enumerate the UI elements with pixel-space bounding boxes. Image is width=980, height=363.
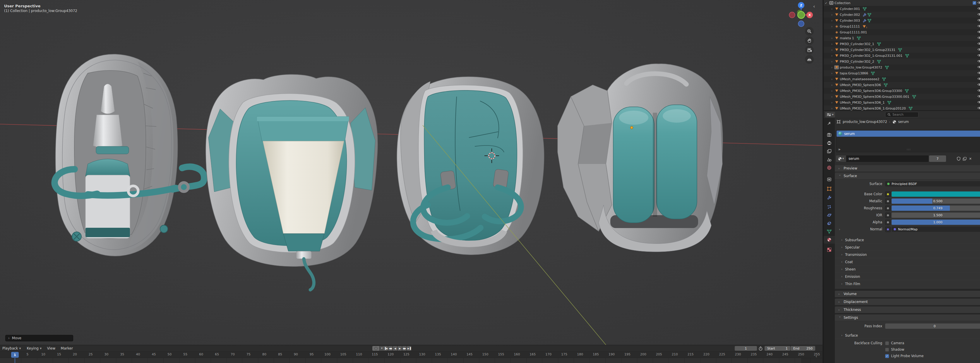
new-material-copy-icon[interactable] — [962, 156, 967, 162]
eye-icon[interactable] — [977, 13, 980, 17]
object-name[interactable]: Group11111 — [840, 25, 860, 29]
eye-icon[interactable] — [977, 24, 980, 29]
outliner-collection-row[interactable]: ✓ Collection ✓ — [824, 0, 980, 6]
tab-view-layer[interactable] — [824, 148, 835, 155]
search-input[interactable]: Search — [885, 112, 918, 118]
checkbox[interactable]: ✓ — [885, 354, 889, 358]
subpanel-sheen[interactable]: ›Sheen — [835, 266, 980, 273]
eye-icon[interactable] — [977, 1, 980, 5]
outliner-row[interactable]: Group11111.001 — [824, 29, 980, 35]
expand-icon[interactable]: › — [830, 19, 834, 22]
expand-icon[interactable]: › — [830, 78, 834, 81]
object-name[interactable]: Cylinder.002 — [840, 13, 860, 17]
breadcrumb-material[interactable]: serum — [898, 120, 909, 124]
tab-physics[interactable] — [824, 211, 835, 219]
tab-tool[interactable] — [824, 120, 835, 127]
viewport-3d[interactable]: User Perspective (1) Collection | produc… — [0, 0, 822, 345]
expand-icon[interactable]: › — [830, 66, 834, 69]
outliner-row[interactable]: › Cylinder.002 — [824, 12, 980, 18]
normal-map-field[interactable]: Normal/Map — [892, 226, 980, 232]
menu-playback[interactable]: Playback▼ — [0, 345, 24, 352]
base-color-swatch[interactable] — [892, 191, 980, 197]
eye-icon[interactable] — [977, 71, 980, 75]
object-name[interactable]: UMesh_PM3D_Sphere3D6_1:Group20120 — [840, 107, 906, 110]
auto-keying-controls[interactable]: ▼ — [372, 346, 384, 351]
tab-material[interactable] — [824, 236, 835, 244]
expand-icon[interactable]: › — [830, 48, 834, 51]
eye-icon[interactable] — [977, 42, 980, 46]
eye-icon[interactable] — [977, 89, 980, 93]
object-name[interactable]: UMesh_PM3D_Sphere3D6_1 — [840, 101, 885, 105]
object-backpack-tanks[interactable] — [558, 64, 723, 252]
panel-surface[interactable]: › Surface — [835, 173, 980, 180]
object-name[interactable]: UMesh_maletaeeeeeee2 — [840, 77, 879, 81]
outliner-row[interactable]: › PM3D_Cylinder3D2_1:Group23131.001 — [824, 53, 980, 59]
expand-icon[interactable]: › — [830, 107, 834, 110]
expand-icon[interactable]: › — [830, 7, 834, 11]
object-name[interactable]: tapa:Group13866 — [840, 72, 868, 75]
subpanel-thin-film[interactable]: ›Thin Film — [835, 280, 980, 288]
tab-render[interactable] — [824, 131, 835, 139]
outliner-row[interactable]: › Cylinder.001 — [824, 6, 980, 12]
panel-volume[interactable]: › Volume — [835, 291, 980, 298]
pass-index-field[interactable]: 0 — [885, 323, 980, 329]
gizmo-axis-neg-z[interactable] — [798, 21, 804, 27]
eye-icon[interactable] — [977, 36, 980, 40]
list-resize-grip-icon[interactable]: ∷∷ — [907, 148, 911, 151]
sidebar-collapse-icon[interactable]: ‹ — [813, 3, 815, 9]
operator-panel-move[interactable]: › Move — [5, 335, 73, 341]
outliner-row[interactable]: › UMesh_PM3D_Sphere3D6_1:Group20120 — [824, 105, 980, 111]
expand-icon[interactable]: › — [830, 13, 834, 16]
timeline-editor[interactable]: Playback▼Keying▼ViewMarker ▼ ▐◀◀◆◀▶◆▶▶▐ … — [0, 345, 822, 363]
next-keyframe-button[interactable]: ◆▶ — [402, 346, 407, 351]
outliner-row[interactable]: › UMesh_maletaeeeeeee2 — [824, 76, 980, 82]
object-name[interactable]: Cylinder.003 — [840, 19, 860, 22]
eye-icon[interactable] — [977, 30, 980, 35]
eye-icon[interactable] — [977, 95, 980, 99]
object-name[interactable]: UMesh_PM3D_Sphere3D6:Group33300.001 — [840, 95, 910, 99]
panel-preview[interactable]: › Preview — [835, 165, 980, 172]
timeline-collapse-icon[interactable]: ‹ — [816, 354, 817, 358]
outliner-row[interactable]: › producto_low:Group43072 — [824, 64, 980, 70]
eye-icon[interactable] — [977, 48, 980, 52]
collection-checkbox[interactable]: ✓ — [973, 1, 976, 5]
menu-marker[interactable]: Marker — [59, 345, 75, 352]
expand-icon[interactable]: › — [830, 37, 834, 40]
expand-icon[interactable]: › — [830, 60, 834, 63]
tab-collection[interactable] — [824, 176, 835, 183]
outliner-row[interactable]: › Cylinder.003 — [824, 18, 980, 24]
camera-view-button[interactable] — [805, 46, 814, 54]
eye-icon[interactable] — [977, 100, 980, 105]
object-backpack-tube[interactable] — [206, 74, 378, 290]
outliner[interactable]: ✓ Collection ✓ › Cylinder.001 › Cylinder… — [823, 0, 980, 111]
eye-icon[interactable] — [977, 106, 980, 111]
expand-icon[interactable]: › — [830, 95, 834, 99]
object-name[interactable]: maleta 1 — [840, 36, 854, 40]
enabled-check-icon[interactable]: ✓ — [825, 2, 829, 5]
outliner-row[interactable]: › UMesh_PM3D_Sphere3D6:Group33300 — [824, 88, 980, 94]
object-backpack-seat[interactable] — [397, 77, 544, 255]
current-frame-field[interactable]: 1 — [735, 346, 757, 351]
material-slot-selected[interactable]: serum — [837, 131, 980, 137]
eye-icon[interactable] — [977, 59, 980, 64]
timeline-keyframe-area[interactable] — [0, 358, 822, 363]
object-name[interactable]: UMesh_PM3D_Sphere3D6:Group33300 — [840, 89, 902, 93]
eye-icon[interactable] — [977, 77, 980, 81]
fake-user-shield-icon[interactable] — [956, 156, 961, 162]
expand-icon[interactable]: › — [830, 101, 834, 104]
eye-icon[interactable] — [977, 54, 980, 58]
tab-particles[interactable] — [824, 203, 835, 211]
outliner-row[interactable]: › maleta 1 — [824, 35, 980, 41]
subpanel-settings-surface[interactable]: › Surface — [835, 332, 980, 339]
object-name[interactable]: producto_low:Group43072 — [840, 65, 882, 69]
object-backpack-dropper[interactable] — [54, 54, 204, 256]
tab-modifiers[interactable] — [824, 194, 835, 201]
gizmo-axis-neg-x[interactable] — [789, 12, 795, 18]
subpanel-coat[interactable]: ›Coat — [835, 258, 980, 266]
outliner-row[interactable]: › Group11111 3 — [824, 24, 980, 29]
outliner-row[interactable]: › UMesh_PM3D_Sphere3D6:Group33300.001 — [824, 94, 980, 100]
eye-icon[interactable] — [977, 65, 980, 70]
browse-material-button[interactable]: ▼ — [836, 156, 846, 162]
playhead[interactable]: 1 — [11, 352, 19, 358]
object-name[interactable]: Group11111.001 — [840, 30, 867, 34]
